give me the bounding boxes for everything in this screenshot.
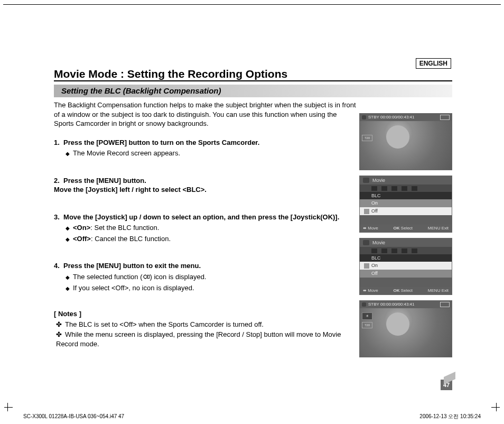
battery-icon <box>440 302 450 307</box>
step-4-sub-2: ◆If you select <Off>, no icon is display… <box>66 283 356 293</box>
crop-mark-right-icon <box>491 403 500 411</box>
figure-2-menu: Movie BLC On Off ⬌ MoveOK SelectMENU Exi… <box>360 176 452 232</box>
check-icon <box>364 263 369 269</box>
figure-3-select: Select <box>401 288 413 293</box>
figure-2: 2 Movie BLC On Off ⬌ MoveOK SelectMENU E… <box>359 176 452 233</box>
figure-1-stby-text: STBY 00:00:00/00:43:41 <box>368 115 414 121</box>
record-mode-icon <box>362 115 366 119</box>
figure-2-bottom-bar: ⬌ MoveOK SelectMENU Exit <box>360 225 452 232</box>
figure-2-option-off-selected: Off <box>360 207 452 215</box>
blc-icon <box>143 273 150 279</box>
figure-4-overlay-top: STBY 00:00:00/00:43:41 <box>360 301 452 308</box>
step-2-text: Press the [MENU] button. Move the [Joyst… <box>54 177 207 194</box>
check-icon <box>364 209 369 214</box>
resolution-badge: 720 <box>362 135 372 141</box>
step-4-sub-1: ◆The selected function () icon is displa… <box>66 272 356 282</box>
menu-dot-icon <box>402 186 407 191</box>
menu-dot-icon <box>371 186 377 191</box>
diamond-bullet-icon: ◆ <box>66 285 70 291</box>
step-2-num: 2. <box>54 177 60 185</box>
step-4-sub-2-text: If you select <Off>, no icon is displaye… <box>73 284 194 292</box>
step-3-sub-2-bold: <Off> <box>73 235 91 243</box>
blc-on-overlay-icon: ☀ <box>362 312 372 320</box>
note-bullet-icon: ✤ <box>56 320 62 328</box>
figure-1-photo <box>360 114 452 170</box>
note-1-text: The BLC is set to <Off> when the Sports … <box>65 320 264 328</box>
joystick-icon: ⬌ <box>363 288 367 293</box>
step-3-head: 3. Move the [Joystick] up / down to sele… <box>54 213 356 222</box>
step-1-num: 1. <box>54 139 60 146</box>
step-4-sub-1-text: The selected function () icon is display… <box>73 273 206 281</box>
step-4-text: Press the [MENU] button to exit the menu… <box>63 262 201 270</box>
step-3: 3. Move the [Joystick] up / down to sele… <box>54 213 356 244</box>
diamond-bullet-icon: ◆ <box>66 151 70 156</box>
figure-2-blc-label: BLC <box>360 192 452 199</box>
figure-2-icon-row <box>360 185 452 192</box>
battery-icon <box>440 115 450 120</box>
manual-page: ENGLISH Movie Mode : Setting the Recordi… <box>0 0 504 424</box>
notes-block: [ Notes ] ✤The BLC is set to <Off> when … <box>54 309 356 348</box>
figure-3-icon-row <box>360 247 452 254</box>
step-4-head: 4. Press the [MENU] button to exit the m… <box>54 261 356 271</box>
movie-mode-icon <box>363 240 369 245</box>
figure-2-option-on: On <box>360 199 452 207</box>
note-1: ✤The BLC is set to <Off> when the Sports… <box>56 320 356 329</box>
figure-3-bottom-bar: ⬌ MoveOK SelectMENU Exit <box>360 287 452 294</box>
language-label: ENGLISH <box>416 58 451 69</box>
menu-dot-icon <box>391 186 397 191</box>
figure-1-overlay-top: STBY 00:00:00/00:43:41 <box>360 114 452 121</box>
figure-2-exit: Exit <box>442 226 449 231</box>
step-3-sub-1: ◆<On>: Set the BLC function. <box>66 223 356 233</box>
joystick-icon: ⬌ <box>363 226 367 231</box>
figures-column: 1 STBY 00:00:00/00:43:41 720 2 Movie BLC… <box>359 113 452 363</box>
footer-right: 2006-12-13 오전 10:35:24 <box>419 413 481 420</box>
figure-2-mode: Movie <box>372 177 385 183</box>
step-1-head: 1. Press the [POWER] button to turn on t… <box>54 139 259 146</box>
step-1-text: Press the [POWER] button to turn on the … <box>63 139 259 146</box>
figure-3-option-on-selected: On <box>360 262 452 270</box>
step-3-sub-2-rest: : Cancel the BLC function. <box>91 235 171 243</box>
step-3-sub-2: ◆<Off>: Cancel the BLC function. <box>66 234 356 244</box>
diamond-bullet-icon: ◆ <box>66 274 70 280</box>
record-mode-icon <box>362 302 366 307</box>
step-3-sub-1-rest: : Set the BLC function. <box>90 224 159 232</box>
step-1-sub-1-text: The Movie Record screen appears. <box>73 149 180 157</box>
subtitle-bar: Setting the BLC (Backlight Compensation) <box>54 85 452 97</box>
footer-left: SC-X300L 01228A-IB-USA 036~054.i47 47 <box>23 413 124 420</box>
figure-3: 3 Movie BLC On Off ⬌ MoveOK SelectMENU E… <box>359 238 452 295</box>
page-number-badge: 47 <box>441 380 452 390</box>
step-4: 4. Press the [MENU] button to exit the m… <box>54 261 356 292</box>
figure-2-select: Select <box>401 226 413 231</box>
intro-text: The Backlight Compensation function help… <box>54 100 356 128</box>
menu-dot-icon <box>381 186 387 191</box>
page-title: Movie Mode : Setting the Recording Optio… <box>54 67 287 81</box>
figure-2-off-text: Off <box>371 208 378 214</box>
subtitle-text: Setting the BLC (Backlight Compensation) <box>54 86 221 96</box>
step-1-sub-1: ◆The Movie Record screen appears. <box>66 149 356 158</box>
figure-4: 4 STBY 00:00:00/00:43:41 ☀ 720 <box>359 300 452 357</box>
menu-dot-icon <box>381 248 387 253</box>
notes-header: [ Notes ] <box>54 309 356 319</box>
figure-3-exit: Exit <box>442 288 449 293</box>
note-2: ✤While the menu screen is displayed, pre… <box>56 330 356 348</box>
menu-dot-icon <box>412 248 417 253</box>
figure-4-stby-text: STBY 00:00:00/00:43:41 <box>368 302 414 308</box>
figure-1: 1 STBY 00:00:00/00:43:41 720 <box>359 113 452 170</box>
title-underline <box>54 80 452 81</box>
figure-3-blc-label: BLC <box>360 254 452 262</box>
note-2-text: While the menu screen is displayed, pres… <box>56 330 341 348</box>
step-2: 2. Press the [MENU] button. Move the [Jo… <box>54 176 356 195</box>
figure-4-photo <box>360 301 452 357</box>
step-4-num: 4. <box>54 262 60 270</box>
footer: SC-X300L 01228A-IB-USA 036~054.i47 47 20… <box>13 413 491 420</box>
figure-3-menu: Movie BLC On Off ⬌ MoveOK SelectMENU Exi… <box>360 238 452 294</box>
step-1: 1. Press the [POWER] button to turn on t… <box>54 138 356 158</box>
menu-dot-icon <box>402 248 407 253</box>
top-rule <box>3 4 501 5</box>
figure-2-move: Move <box>368 226 378 231</box>
figure-3-option-off: Off <box>360 270 452 278</box>
step-3-text: Move the [Joystick] up / down to select … <box>63 213 339 221</box>
menu-dot-icon <box>412 186 417 191</box>
menu-dot-icon <box>391 248 397 253</box>
step-3-sub-1-bold: <On> <box>73 224 90 232</box>
